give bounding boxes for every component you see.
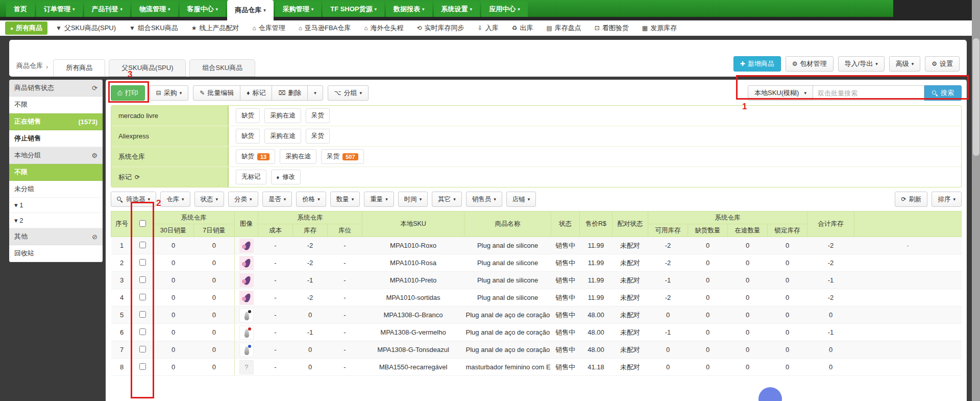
refresh-icon[interactable]: ⟳ [135,174,140,181]
nav-item[interactable]: 产品刊登 ▾ [84,2,131,17]
page-scrollbar[interactable] [972,0,980,401]
ban-icon[interactable]: ⊘ [92,233,97,241]
cell-product-name[interactable]: Plug anal de silicone [464,237,551,254]
filter-dropdown-button[interactable]: 重量 ▾ [364,192,394,207]
subnav-item[interactable]: ♻ 出库 [507,21,538,35]
filter-dropdown-button[interactable]: 分类 ▾ [228,192,258,207]
sort-button[interactable]: 排序 ▾ [932,192,962,207]
cell-sku[interactable]: MPA1010-Preto [362,272,464,289]
filter-chip[interactable]: ♦ 修改 [271,170,301,184]
purchase-button[interactable]: ⊟ 采购 ▾ [150,85,189,101]
filter-chip[interactable]: 呆货 [306,129,330,144]
sidebar-item[interactable]: 未分组 [9,181,103,198]
sidebar-item[interactable]: 不限 [9,97,103,113]
cell-sku[interactable]: MPA1308-G-Tonsdeazul [362,341,464,359]
filter-chip[interactable]: 采购在途 [280,149,316,164]
product-image[interactable] [239,291,254,305]
batch-edit-button[interactable]: ✎ 批量编辑 [193,85,240,101]
sidebar-item[interactable]: ▾ 2 [9,213,103,228]
cell-sku[interactable]: MPA1010-Roxo [362,237,464,254]
subnav-item[interactable]: ⊡ 看图验货 [590,21,634,35]
cell-product-name[interactable]: masturbador feminino com E... [464,359,551,376]
nav-item[interactable]: 客服中心 ▾ [180,2,226,17]
group-button[interactable]: ⌥ 分组 ▾ [328,85,369,101]
refresh-icon[interactable]: ⟳ [92,84,97,92]
header-action-button[interactable]: ⚙ 设置 [925,56,960,72]
sidebar-item[interactable]: 本地分组 ⚙ [9,147,103,164]
filter-chip[interactable]: 呆货 [306,108,330,123]
select-all-checkbox[interactable] [139,220,146,227]
nav-item[interactable]: 物流管理 ▾ [132,2,178,17]
product-image[interactable] [239,325,254,340]
header-action-button[interactable]: ⚙ 包材管理 [786,56,834,72]
sidebar-item[interactable]: 商品销售状态 ⟳ [9,80,103,97]
cell-product-name[interactable]: Plug anal de silicone [464,254,551,272]
filter-dropdown-button[interactable]: 价格 ▾ [296,192,326,207]
subnav-item[interactable]: ⌂ 亚马逊FBA仓库 [293,21,356,35]
nav-item[interactable]: 采购管理 ▾ [275,2,322,17]
nav-item[interactable]: 应用中心 ▾ [481,2,528,17]
filter-chip[interactable]: 缺货 [236,129,260,144]
search-button[interactable]: 搜索 [924,85,962,101]
sidebar-item[interactable]: 其他 ⊘ [9,228,103,245]
row-checkbox[interactable] [139,328,146,335]
mark-button[interactable]: ♦ 标记 [240,85,272,101]
row-checkbox[interactable] [139,294,146,300]
sidebar-item[interactable]: 正在销售 (1573) [9,113,103,130]
row-checkbox[interactable] [139,346,146,352]
filter-chip[interactable]: 采购在途 [264,129,301,144]
page-tab[interactable]: 所有商品 [53,59,105,77]
page-tab[interactable]: 组合SKU商品 [189,59,255,77]
subnav-item[interactable]: ★ 线上产品配对 [186,21,244,35]
subnav-item[interactable]: ▦ 发票库存 [637,21,682,35]
subnav-item[interactable]: ⌂ 海外仓头程 [359,21,408,35]
subnav-item[interactable]: ⇩ 入库 [473,21,504,35]
filter-dropdown-button[interactable]: 销售员 ▾ [466,192,502,207]
row-checkbox[interactable] [139,242,146,248]
subnav-item[interactable]: ▼ 组合SKU商品 [124,21,183,35]
filter-dropdown-button[interactable]: 状态 ▾ [194,192,225,207]
filter-chip[interactable]: 呆货 507 [321,149,363,164]
product-image[interactable] [239,343,254,357]
page-tab[interactable]: 父SKU商品(SPU) [109,59,186,77]
filter-dropdown-button[interactable]: 数量 ▾ [330,192,360,207]
cell-product-name[interactable]: Plug anal de silicone [464,272,551,289]
header-action-button[interactable]: 高级 ▾ [889,56,921,72]
nav-item[interactable]: 订单管理 ▾ [36,2,83,17]
cell-product-name[interactable]: Plug anal de aço de coração ... [464,324,551,341]
product-image[interactable] [239,239,254,253]
sidebar-item[interactable]: 回收站 [9,245,103,262]
print-button[interactable]: ⎙ 打印 [111,85,145,101]
sidebar-item[interactable]: 不限 [9,164,103,181]
product-image[interactable] [239,308,254,322]
cell-sku[interactable]: MPA1010-Rosa [362,254,464,272]
row-checkbox[interactable] [139,259,146,266]
refresh-button[interactable]: ⟳ 刷新 [895,192,927,207]
row-checkbox[interactable] [139,276,146,283]
delete-dropdown-button[interactable]: ▾ [307,85,323,101]
subnav-item[interactable]: ▤ 库存盘点 [541,21,586,35]
scrollbar-thumb[interactable] [973,38,979,156]
filter-chip[interactable]: 缺货 [236,108,260,123]
filter-dropdown-button[interactable]: 时间 ▾ [398,192,428,207]
subnav-item[interactable]: ⌂ 仓库管理 [247,21,290,35]
sidebar-item[interactable]: 停止销售 [9,130,103,147]
subnav-item[interactable]: ▼ 父SKU商品(SPU) [51,21,121,35]
cell-product-name[interactable]: Plug anal de aço de coração ... [464,341,551,359]
cell-product-name[interactable]: Plug anal de silicone [464,289,551,306]
filter-chip[interactable]: 采购在途 [264,108,301,123]
filter-dropdown-button[interactable]: 店铺 ▾ [506,192,536,207]
cell-sku[interactable]: MBA1550-recarregável [362,359,464,376]
subnav-item[interactable]: ● 所有商品 [5,21,47,35]
search-field-select[interactable]: 本地SKU(模糊) ▾ [748,85,813,101]
nav-item[interactable]: 商品仓库 ▾ [227,0,274,20]
nav-item[interactable]: 首页 [6,2,35,17]
sidebar-item[interactable]: ▾ 1 [9,198,103,213]
delete-button[interactable]: ⌧ 删除 [272,85,308,101]
header-action-button[interactable]: ✚ 新增商品 [733,56,781,72]
nav-item[interactable]: TF SHOP货源 ▾ [323,2,384,17]
nav-item[interactable]: 数据报表 ▾ [386,2,432,17]
row-checkbox[interactable] [139,311,146,318]
cell-product-name[interactable]: Plug anal de aço de coração ... [464,306,551,324]
filter-dropdown-button[interactable]: 其它 ▾ [432,192,462,207]
